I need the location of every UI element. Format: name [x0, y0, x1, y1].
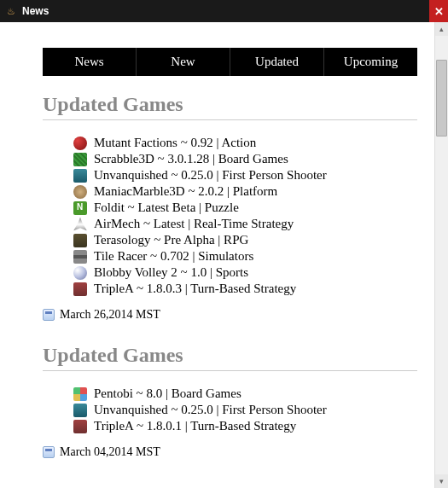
- date-text: March 04,2014 MST: [60, 445, 160, 459]
- game-icon: [73, 420, 87, 433]
- game-row[interactable]: Unvanquished ~ 0.25.0 | First Person Sho…: [73, 168, 417, 183]
- game-icon: [73, 282, 87, 296]
- scroll-down-button[interactable]: ▾: [435, 474, 448, 488]
- date-row: March 26,2014 MST: [43, 308, 417, 322]
- date-row: March 04,2014 MST: [43, 445, 417, 459]
- game-icon: [73, 234, 87, 247]
- game-text: Pentobi ~ 8.0 | Board Games: [94, 386, 241, 401]
- game-text: Tile Racer ~ 0.702 | Simulators: [94, 249, 253, 264]
- scroll-thumb[interactable]: [436, 60, 447, 137]
- game-text: Unvanquished ~ 0.25.0 | First Person Sho…: [94, 168, 327, 183]
- tab-bar: News New Updated Upcoming: [43, 48, 417, 76]
- game-text: Terasology ~ Pre Alpha | RPG: [94, 233, 248, 247]
- date-text: March 26,2014 MST: [60, 308, 160, 322]
- game-row[interactable]: AirMech ~ Latest | Real-Time Strategy: [73, 217, 417, 231]
- game-icon: [73, 185, 87, 199]
- game-row[interactable]: Blobby Volley 2 ~ 1.0 | Sports: [73, 265, 417, 280]
- game-text: Blobby Volley 2 ~ 1.0 | Sports: [94, 265, 248, 280]
- game-text: Scrabble3D ~ 3.0.1.28 | Board Games: [94, 152, 288, 166]
- game-text: TripleA ~ 1.8.0.3 | Turn-Based Strategy: [94, 282, 296, 296]
- game-row[interactable]: Foldit ~ Latest Beta | Puzzle: [73, 200, 417, 215]
- game-row[interactable]: Unvanquished ~ 0.25.0 | First Person Sho…: [73, 403, 417, 417]
- game-text: ManiacMarble3D ~ 2.0.2 | Platform: [94, 184, 277, 199]
- game-icon: [73, 153, 87, 166]
- window-titlebar: ♨ News ✕: [0, 0, 448, 22]
- game-row[interactable]: Tile Racer ~ 0.702 | Simulators: [73, 249, 417, 264]
- section-0: Updated Games Mutant Factions ~ 0.92 | A…: [43, 93, 417, 322]
- game-list: Pentobi ~ 8.0 | Board GamesUnvanquished …: [73, 386, 417, 433]
- game-list: Mutant Factions ~ 0.92 | ActionScrabble3…: [73, 136, 417, 296]
- app-icon: ♨: [5, 5, 17, 17]
- game-icon: [73, 404, 87, 417]
- game-row[interactable]: ManiacMarble3D ~ 2.0.2 | Platform: [73, 184, 417, 199]
- game-icon: [73, 137, 87, 150]
- game-icon: [73, 218, 87, 231]
- game-icon: [73, 266, 87, 280]
- game-row[interactable]: Scrabble3D ~ 3.0.1.28 | Board Games: [73, 152, 417, 166]
- game-text: Unvanquished ~ 0.25.0 | First Person Sho…: [94, 403, 327, 417]
- section-title: Updated Games: [43, 344, 417, 371]
- game-row[interactable]: Mutant Factions ~ 0.92 | Action: [73, 136, 417, 150]
- vertical-scrollbar[interactable]: ▴ ▾: [434, 22, 448, 488]
- section-1: Updated Games Pentobi ~ 8.0 | Board Game…: [43, 344, 417, 459]
- game-text: Foldit ~ Latest Beta | Puzzle: [94, 200, 239, 215]
- game-row[interactable]: TripleA ~ 1.8.0.1 | Turn-Based Strategy: [73, 419, 417, 433]
- game-icon: [73, 250, 87, 264]
- game-icon: [73, 169, 87, 183]
- tab-upcoming[interactable]: Upcoming: [324, 48, 417, 76]
- game-row[interactable]: Terasology ~ Pre Alpha | RPG: [73, 233, 417, 247]
- game-row[interactable]: TripleA ~ 1.8.0.3 | Turn-Based Strategy: [73, 282, 417, 296]
- game-icon: [73, 387, 87, 401]
- scroll-up-button[interactable]: ▴: [435, 22, 448, 36]
- content-area: News New Updated Upcoming Updated Games …: [0, 22, 434, 488]
- tab-news[interactable]: News: [43, 48, 137, 76]
- tab-updated[interactable]: Updated: [230, 48, 324, 76]
- calendar-icon: [43, 309, 55, 321]
- section-title: Updated Games: [43, 93, 417, 120]
- game-text: AirMech ~ Latest | Real-Time Strategy: [94, 217, 294, 231]
- tab-new[interactable]: New: [137, 48, 230, 76]
- calendar-icon: [43, 446, 55, 458]
- game-text: Mutant Factions ~ 0.92 | Action: [94, 136, 256, 150]
- game-icon: [73, 201, 87, 215]
- game-row[interactable]: Pentobi ~ 8.0 | Board Games: [73, 386, 417, 401]
- game-text: TripleA ~ 1.8.0.1 | Turn-Based Strategy: [94, 419, 296, 433]
- window-title: News: [22, 5, 49, 17]
- close-button[interactable]: ✕: [429, 0, 448, 22]
